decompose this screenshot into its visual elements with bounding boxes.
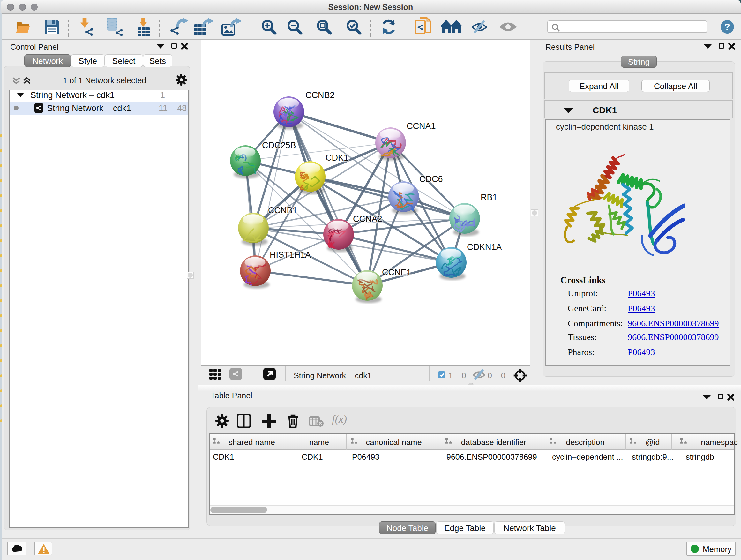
svg-text:CCNE1: CCNE1 xyxy=(382,267,411,277)
svg-text:CDKN1A: CDKN1A xyxy=(467,242,502,252)
svg-text:CCNA1: CCNA1 xyxy=(407,121,436,131)
svg-text:CCNB1: CCNB1 xyxy=(268,206,297,215)
svg-text:RB1: RB1 xyxy=(481,192,497,202)
svg-text:CCNA2: CCNA2 xyxy=(353,214,382,224)
svg-text:CDK1: CDK1 xyxy=(326,153,348,163)
svg-text:CCNB2: CCNB2 xyxy=(306,90,335,100)
svg-text:CDC6: CDC6 xyxy=(419,174,443,184)
svg-text:HIST1H1A: HIST1H1A xyxy=(270,250,311,260)
svg-text:CDC25B: CDC25B xyxy=(262,140,296,150)
